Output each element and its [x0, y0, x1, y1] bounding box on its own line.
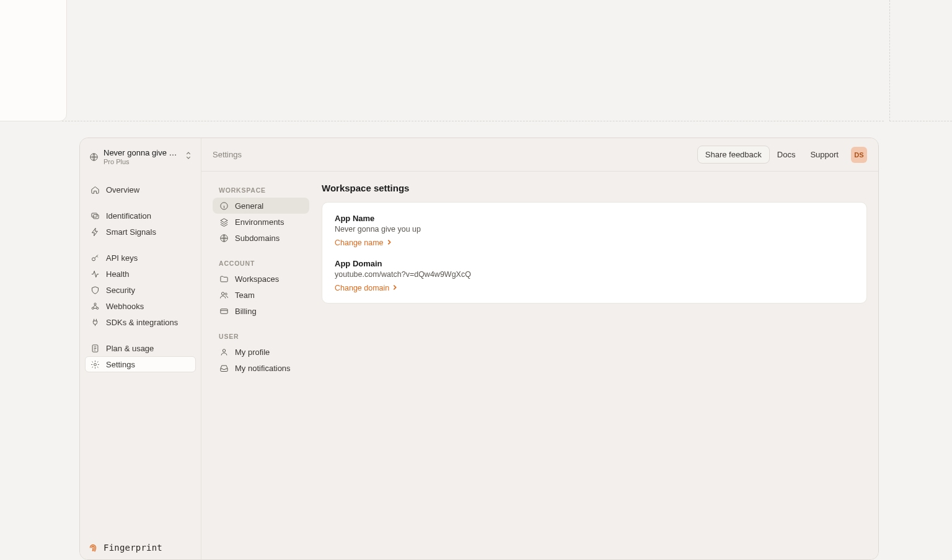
- chevron-right-icon: [392, 284, 398, 292]
- subnav-section-workspace: WORKSPACE: [213, 183, 309, 198]
- svg-point-8: [94, 363, 96, 365]
- change-domain-link[interactable]: Change domain: [335, 284, 398, 292]
- share-feedback-button[interactable]: Share feedback: [697, 146, 770, 164]
- subnav-my-notifications[interactable]: My notifications: [213, 360, 309, 376]
- app-shell: Never gonna give yo… Pro Plus Overview I…: [79, 138, 879, 560]
- main: Settings Share feedback Docs Support DS …: [201, 138, 878, 559]
- nav-plan-usage[interactable]: Plan & usage: [85, 340, 196, 356]
- stack-icon: [219, 217, 229, 227]
- change-name-link[interactable]: Change name: [335, 238, 392, 247]
- chevron-right-icon: [386, 238, 392, 247]
- topbar: Settings Share feedback Docs Support DS: [201, 138, 878, 172]
- svg-rect-1: [91, 213, 97, 217]
- subnav-my-profile[interactable]: My profile: [213, 344, 309, 360]
- subnav-label: Environments: [235, 217, 284, 227]
- docs-link[interactable]: Docs: [770, 146, 803, 163]
- background-card: [0, 0, 67, 121]
- subnav-billing[interactable]: Billing: [213, 303, 309, 319]
- webhook-icon: [90, 301, 100, 311]
- app-domain-label: App Domain: [335, 259, 854, 268]
- svg-point-14: [223, 349, 225, 351]
- svg-point-11: [221, 292, 224, 294]
- nav-group-config: API keys Health Security Webhooks SDKs &…: [85, 250, 196, 330]
- workspace-plan: Pro Plus: [104, 158, 180, 165]
- workspace-switcher[interactable]: Never gonna give yo… Pro Plus: [85, 144, 196, 169]
- subnav-general[interactable]: General: [213, 198, 309, 214]
- subnav-subdomains[interactable]: Subdomains: [213, 230, 309, 246]
- nav-sdks[interactable]: SDKs & integrations: [85, 314, 196, 330]
- chevron-updown-icon: [185, 151, 192, 162]
- receipt-icon: [90, 343, 100, 353]
- nav-label: Overview: [106, 185, 139, 195]
- subnav-section-account: ACCOUNT: [213, 256, 309, 271]
- brand-name: Fingerprint: [104, 543, 162, 553]
- nav-label: Security: [106, 286, 135, 295]
- subnav-label: General: [235, 201, 263, 211]
- page-title: Workspace settings: [322, 183, 867, 193]
- subnav-workspaces[interactable]: Workspaces: [213, 271, 309, 287]
- svg-point-6: [94, 303, 95, 305]
- nav-group-account: Plan & usage Settings: [85, 340, 196, 372]
- nav-health[interactable]: Health: [85, 266, 196, 282]
- shield-icon: [90, 285, 100, 295]
- workspace-name: Never gonna give yo…: [104, 148, 180, 157]
- home-icon: [90, 185, 100, 195]
- app-domain-field: App Domain youtube.com/watch?v=dQw4w9WgX…: [335, 259, 854, 293]
- nav-label: SDKs & integrations: [106, 318, 178, 327]
- subnav-label: My profile: [235, 348, 270, 357]
- svg-point-3: [92, 257, 95, 260]
- nav-label: Identification: [106, 211, 151, 221]
- svg-point-12: [225, 293, 227, 295]
- body: WORKSPACE General Environments Subdomain…: [201, 172, 878, 559]
- sidebar-footer: Fingerprint: [85, 538, 196, 554]
- nav-webhooks[interactable]: Webhooks: [85, 298, 196, 314]
- globe-icon: [219, 233, 229, 243]
- gear-icon: [90, 359, 100, 369]
- nav-label: API keys: [106, 253, 138, 263]
- workspace-settings-panel: App Name Never gonna give you up Change …: [322, 202, 867, 304]
- support-link[interactable]: Support: [803, 146, 846, 163]
- nav-label: Health: [106, 269, 130, 279]
- action-link-label: Change domain: [335, 284, 389, 292]
- nav-overview[interactable]: Overview: [85, 182, 196, 198]
- settings-subnav: WORKSPACE General Environments Subdomain…: [213, 183, 309, 548]
- nav-api-keys[interactable]: API keys: [85, 250, 196, 266]
- nav-security[interactable]: Security: [85, 282, 196, 298]
- action-link-label: Change name: [335, 238, 384, 247]
- nav-identification[interactable]: Identification: [85, 208, 196, 224]
- fingerprint-logo-icon: [87, 542, 99, 553]
- key-icon: [90, 253, 100, 263]
- app-name-label: App Name: [335, 214, 854, 223]
- user-icon: [219, 347, 229, 357]
- users-icon: [219, 290, 229, 300]
- info-icon: [219, 201, 229, 211]
- nav-group-overview: Overview: [85, 182, 196, 198]
- content: Workspace settings App Name Never gonna …: [322, 183, 867, 548]
- subnav-label: Subdomains: [235, 234, 280, 243]
- folder-icon: [219, 274, 229, 284]
- nav-label: Settings: [106, 360, 135, 369]
- nav-smart-signals[interactable]: Smart Signals: [85, 224, 196, 240]
- nav-label: Plan & usage: [106, 344, 154, 353]
- plug-icon: [90, 317, 100, 327]
- app-domain-value: youtube.com/watch?v=dQw4w9WgXcQ: [335, 270, 854, 279]
- subnav-team[interactable]: Team: [213, 287, 309, 303]
- user-avatar[interactable]: DS: [851, 147, 867, 163]
- subnav-label: Workspaces: [235, 274, 279, 284]
- svg-rect-13: [220, 308, 227, 313]
- bolt-icon: [90, 227, 100, 237]
- nav-group-signals: Identification Smart Signals: [85, 208, 196, 240]
- subnav-label: Billing: [235, 307, 257, 316]
- app-name-field: App Name Never gonna give you up Change …: [335, 214, 854, 248]
- globe-icon: [89, 152, 99, 162]
- subnav-label: Team: [235, 291, 255, 300]
- svg-rect-2: [93, 214, 99, 218]
- workspace-info: Never gonna give yo… Pro Plus: [104, 148, 180, 165]
- activity-icon: [90, 269, 100, 279]
- background-decoration: [0, 0, 952, 136]
- app-name-value: Never gonna give you up: [335, 225, 854, 234]
- card-icon: [219, 306, 229, 316]
- nav-settings[interactable]: Settings: [85, 356, 196, 372]
- subnav-environments[interactable]: Environments: [213, 214, 309, 230]
- subnav-label: My notifications: [235, 364, 291, 373]
